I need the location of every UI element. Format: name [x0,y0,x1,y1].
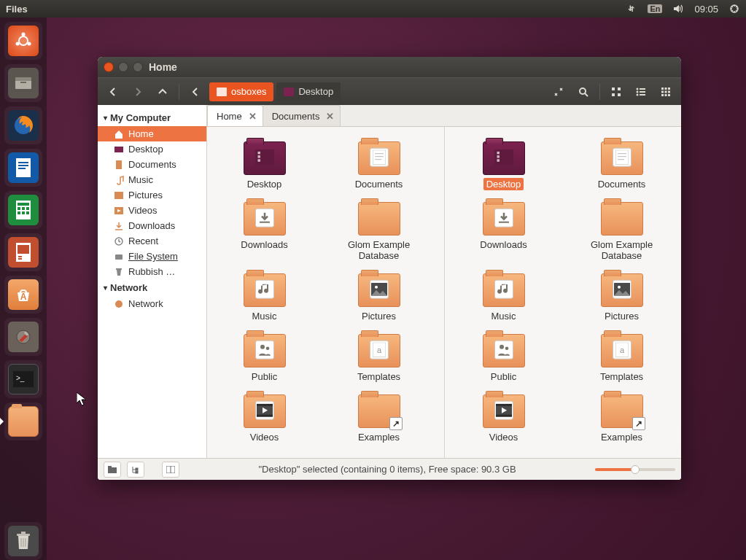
svg-point-94 [505,346,508,350]
launcher-settings[interactable] [4,318,42,356]
svg-rect-50 [661,90,664,93]
svg-rect-23 [18,256,22,257]
launcher-dash[interactable] [4,22,42,60]
folder-label: Templates [597,370,646,383]
svg-rect-47 [661,88,664,90]
file-pane-left[interactable]: DesktopDocumentsDownloadsGlom Example Da… [207,127,444,458]
launcher-files-running[interactable] [4,402,42,440]
toolbar: osboxes Desktop [98,77,681,105]
zoom-slider[interactable] [595,468,675,471]
svg-rect-52 [668,90,670,93]
sidebar-item-music[interactable]: Music [98,172,206,187]
window-minimize-button[interactable] [118,62,128,72]
nav-forward-button[interactable] [127,82,149,102]
svg-rect-11 [18,165,28,166]
folder-pictures[interactable]: Pictures [326,269,432,327]
sidebar-item-pictures[interactable]: Pictures [98,187,206,203]
folder-label: Music [249,310,280,322]
pathbar-segment-desktop[interactable]: Desktop [276,82,341,101]
svg-text:a: a [619,346,624,354]
folder-public[interactable]: Public [449,330,559,387]
sidebar-item-home[interactable]: Home [98,126,206,141]
folder-music[interactable]: Music [449,269,559,327]
folder-music[interactable]: Music [211,269,317,327]
downloads-icon [114,221,124,231]
folder-desktop[interactable]: Desktop [211,137,317,195]
sidebar-item-videos[interactable]: Videos [98,203,206,218]
close-icon[interactable]: ✕ [249,111,257,122]
svg-rect-32 [21,532,26,534]
launcher-calc[interactable] [4,191,42,229]
svg-text:A: A [20,292,27,302]
tab-documents[interactable]: Documents✕ [263,105,341,126]
folder-pictures[interactable]: Pictures [567,269,677,327]
sidebar-item-label: File System [128,251,178,262]
folder-documents[interactable]: Documents [326,137,432,195]
folder-label: Videos [486,431,521,443]
sidebar-item-network[interactable]: Network [98,296,206,311]
svg-rect-65 [257,152,260,154]
folder-videos[interactable]: Videos [449,390,559,448]
svg-rect-57 [116,160,122,169]
folder-templates[interactable]: aTemplates [567,330,677,387]
titlebar[interactable]: Home [98,57,681,77]
toggle-location-button[interactable] [548,82,570,102]
sidebar-item-recent[interactable]: Recent [98,233,206,249]
pathbar-segment-osboxes[interactable]: osboxes [209,82,273,101]
tab-home[interactable]: Home✕ [207,105,263,126]
folder-label: Desktop [483,178,524,190]
clock[interactable]: 09:05 [694,4,718,15]
folder-templates[interactable]: aTemplates [326,330,432,387]
folder-downloads[interactable]: Downloads [211,198,317,266]
folder-glom-example-database[interactable]: Glom Example Database [567,198,677,266]
search-button[interactable] [572,82,594,102]
home-icon [114,129,124,139]
sidebar-section-network[interactable]: ▾Network [98,279,206,296]
file-pane-right[interactable]: DesktopDocumentsDownloadsGlom Example Da… [444,127,682,458]
launcher-firefox[interactable] [4,106,42,144]
launcher-files[interactable] [4,64,42,102]
network-indicator-icon[interactable] [626,3,637,15]
svg-rect-37 [612,88,615,90]
folder-examples[interactable]: ↗Examples [326,390,432,448]
folder-videos[interactable]: Videos [211,390,317,448]
sidebar-item-desktop[interactable]: Desktop [98,141,206,157]
view-compact-button[interactable] [655,82,677,102]
launcher-impress[interactable] [4,233,42,271]
folder-downloads[interactable]: Downloads [449,198,559,266]
svg-point-76 [265,346,269,350]
folder-documents[interactable]: Documents [567,137,677,195]
sidebar-item-downloads[interactable]: Downloads [98,218,206,233]
view-list-button[interactable] [630,82,652,102]
toggle-extra-pane-button[interactable] [162,462,179,478]
folder-label: Downloads [238,238,290,251]
sidebar-item-file-system[interactable]: File System [98,249,206,264]
svg-point-1 [19,36,28,45]
view-icons-button[interactable] [605,82,627,102]
nav-up-button[interactable] [152,82,174,102]
folder-glom-example-database[interactable]: Glom Example Database [326,198,432,266]
nav-recent-button[interactable] [184,82,206,102]
sidebar-item-rubbish-[interactable]: Rubbish … [98,264,206,279]
session-indicator-icon[interactable] [728,3,740,15]
folder-public[interactable]: Public [211,330,317,387]
window-close-button[interactable] [104,62,114,72]
folder-desktop[interactable]: Desktop [449,137,559,195]
svg-rect-85 [497,159,499,161]
launcher-writer[interactable] [4,149,42,187]
nav-back-button[interactable] [102,82,124,102]
keyboard-indicator[interactable]: En [648,4,662,13]
show-tree-button[interactable] [127,462,144,478]
sidebar-section-my-computer[interactable]: ▾My Computer [98,109,206,126]
volume-indicator-icon[interactable] [672,3,684,15]
svg-rect-72 [260,222,270,223]
launcher-trash[interactable] [4,522,42,560]
launcher-software[interactable]: A [4,276,42,314]
launcher-terminal[interactable]: >_ [4,360,42,398]
sidebar-item-documents[interactable]: Documents [98,157,206,172]
window-maximize-button[interactable] [133,62,143,72]
folder-examples[interactable]: ↗Examples [567,390,677,448]
menubar-app-label[interactable]: Files [6,4,28,15]
show-places-button[interactable] [104,462,121,478]
close-icon[interactable]: ✕ [326,111,334,122]
